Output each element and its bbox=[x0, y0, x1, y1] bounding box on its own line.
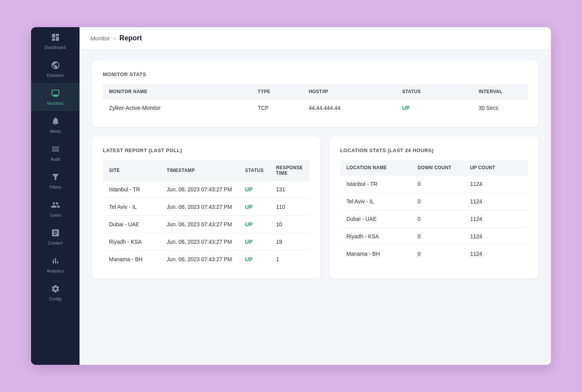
col-status: STATUS bbox=[396, 84, 473, 99]
sidebar-item-dashboard[interactable]: Dashboard bbox=[31, 27, 80, 55]
location-name-cell: Riyadh - KSA bbox=[340, 228, 412, 245]
col-response-time: RESPONSE TIME bbox=[270, 160, 309, 181]
table-row: Dubai - UAE 0 1124 bbox=[340, 210, 528, 228]
location-name-cell: Istanbul - TR bbox=[340, 175, 412, 193]
up-count-cell: 1124 bbox=[464, 245, 528, 263]
sidebar-item-config[interactable]: Config bbox=[31, 279, 80, 307]
col-host: HOST/IP bbox=[303, 84, 396, 99]
down-count-cell: 0 bbox=[411, 193, 464, 210]
location-name-cell: Manama - BH bbox=[340, 245, 412, 263]
down-count-cell: 0 bbox=[411, 245, 464, 263]
response-time-cell: 131 bbox=[270, 181, 309, 198]
site-cell: Istanbul - TR bbox=[103, 181, 161, 198]
down-count-cell: 0 bbox=[411, 175, 464, 193]
outer-wrapper: Dashboard Domains Monitors Alerts bbox=[0, 0, 582, 392]
config-icon bbox=[51, 284, 60, 295]
timestamp-cell: Jun. 06, 2023 07:43:27 PM bbox=[161, 198, 239, 216]
latest-report-table: SITE TIMESTAMP STATUS RESPONSE TIME Ista… bbox=[103, 160, 309, 268]
table-row: Manama - BH Jun. 06, 2023 07:43:27 PM UP… bbox=[103, 251, 309, 268]
status-cell: UP bbox=[239, 233, 270, 251]
location-stats-table: LOCATION NAME DOWN COUNT UP COUNT Istanb… bbox=[340, 160, 528, 262]
response-time-cell: 1 bbox=[270, 251, 309, 268]
col-type: TYPE bbox=[251, 84, 302, 99]
sidebar-item-filters[interactable]: Filters bbox=[31, 167, 80, 195]
table-row: Manama - BH 0 1124 bbox=[340, 245, 528, 263]
alerts-icon bbox=[51, 116, 60, 127]
site-cell: Riyadh - KSA bbox=[103, 233, 161, 251]
col-timestamp: TIMESTAMP bbox=[161, 160, 239, 181]
col-monitor-name: MONITOR NAME bbox=[103, 84, 251, 99]
filters-icon bbox=[51, 172, 60, 183]
table-row: Dubai - UAE Jun. 06, 2023 07:43:27 PM UP… bbox=[103, 216, 309, 233]
response-time-cell: 19 bbox=[270, 233, 309, 251]
col-location-name: LOCATION NAME bbox=[340, 160, 412, 175]
table-row: Tel Aviv - IL 0 1124 bbox=[340, 193, 528, 210]
col-up-count: UP COUNT bbox=[464, 160, 528, 175]
top-bar: Monitor > Report bbox=[80, 27, 551, 50]
dashboard-icon bbox=[51, 33, 60, 43]
latest-report-card: LATEST REPORT (LAST POLL) SITE TIMESTAMP… bbox=[92, 137, 320, 279]
latest-report-title: LATEST REPORT (LAST POLL) bbox=[103, 147, 309, 153]
col-lr-status: STATUS bbox=[239, 160, 270, 181]
sidebar-item-monitors[interactable]: Monitors bbox=[31, 83, 80, 111]
location-stats-card: LOCATION STATS (LAST 24 HOURS) LOCATION … bbox=[329, 137, 539, 279]
users-icon bbox=[51, 200, 60, 211]
sidebar-item-contact[interactable]: Contact bbox=[31, 223, 80, 251]
timestamp-cell: Jun. 06, 2023 07:43:27 PM bbox=[161, 251, 239, 268]
site-cell: Manama - BH bbox=[103, 251, 161, 268]
status-cell: UP bbox=[239, 216, 270, 233]
analytics-icon bbox=[51, 256, 60, 267]
sidebar-item-audit[interactable]: Audit bbox=[31, 139, 80, 167]
location-name-cell: Dubai - UAE bbox=[340, 210, 412, 228]
up-count-cell: 1124 bbox=[464, 175, 528, 193]
breadcrumb-current: Report bbox=[120, 34, 142, 42]
monitors-icon bbox=[51, 88, 60, 99]
domains-icon bbox=[51, 61, 60, 71]
interval-cell: 30 Secs bbox=[473, 99, 528, 117]
status-cell: UP bbox=[396, 99, 473, 117]
up-count-cell: 1124 bbox=[464, 210, 528, 228]
sidebar-item-analytics[interactable]: Analytics bbox=[31, 251, 80, 279]
sidebar-item-alerts[interactable]: Alerts bbox=[31, 111, 80, 139]
sidebar-analytics-label: Analytics bbox=[47, 269, 64, 273]
breadcrumb-parent[interactable]: Monitor bbox=[90, 35, 110, 42]
timestamp-cell: Jun. 06, 2023 07:43:27 PM bbox=[161, 233, 239, 251]
table-row: Istanbul - TR 0 1124 bbox=[340, 175, 528, 193]
sidebar-filters-label: Filters bbox=[50, 185, 61, 189]
sidebar-alerts-label: Alerts bbox=[50, 129, 61, 134]
sidebar-dashboard-label: Dashboard bbox=[45, 45, 66, 50]
table-row: Riyadh - KSA Jun. 06, 2023 07:43:27 PM U… bbox=[103, 233, 309, 251]
table-row: Riyadh - KSA 0 1124 bbox=[340, 228, 528, 245]
sidebar-item-users[interactable]: Users bbox=[31, 195, 80, 223]
table-row: Zylker-Active-Monitor TCP 44.44.444.44 U… bbox=[103, 99, 528, 117]
app-container: Dashboard Domains Monitors Alerts bbox=[31, 27, 551, 365]
up-count-cell: 1124 bbox=[464, 228, 528, 245]
response-time-cell: 10 bbox=[270, 216, 309, 233]
table-row: Istanbul - TR Jun. 06, 2023 07:43:27 PM … bbox=[103, 181, 309, 198]
location-name-cell: Tel Aviv - IL bbox=[340, 193, 412, 210]
col-interval: INTERVAL bbox=[473, 84, 528, 99]
sidebar-item-domains[interactable]: Domains bbox=[31, 55, 80, 83]
col-site: SITE bbox=[103, 160, 161, 181]
monitor-name-cell: Zylker-Active-Monitor bbox=[103, 99, 251, 117]
content-area: MONITOR STATS MONITOR NAME TYPE HOST/IP … bbox=[80, 50, 551, 290]
breadcrumb-separator: > bbox=[113, 35, 116, 42]
response-time-cell: 110 bbox=[270, 198, 309, 216]
host-cell: 44.44.444.44 bbox=[303, 99, 396, 117]
bottom-row: LATEST REPORT (LAST POLL) SITE TIMESTAMP… bbox=[92, 137, 539, 279]
location-stats-title: LOCATION STATS (LAST 24 HOURS) bbox=[340, 147, 528, 153]
down-count-cell: 0 bbox=[411, 228, 464, 245]
contact-icon bbox=[51, 228, 60, 239]
col-down-count: DOWN COUNT bbox=[411, 160, 464, 175]
sidebar-domains-label: Domains bbox=[47, 73, 64, 78]
sidebar-contact-label: Contact bbox=[48, 241, 63, 245]
up-count-cell: 1124 bbox=[464, 193, 528, 210]
timestamp-cell: Jun. 06, 2023 07:43:27 PM bbox=[161, 216, 239, 233]
down-count-cell: 0 bbox=[411, 210, 464, 228]
type-cell: TCP bbox=[251, 99, 302, 117]
sidebar-monitors-label: Monitors bbox=[47, 101, 63, 106]
sidebar-config-label: Config bbox=[49, 297, 62, 301]
sidebar-users-label: Users bbox=[50, 213, 61, 217]
timestamp-cell: Jun. 06, 2023 07:43:27 PM bbox=[161, 181, 239, 198]
monitor-stats-table: MONITOR NAME TYPE HOST/IP STATUS INTERVA… bbox=[103, 84, 528, 116]
